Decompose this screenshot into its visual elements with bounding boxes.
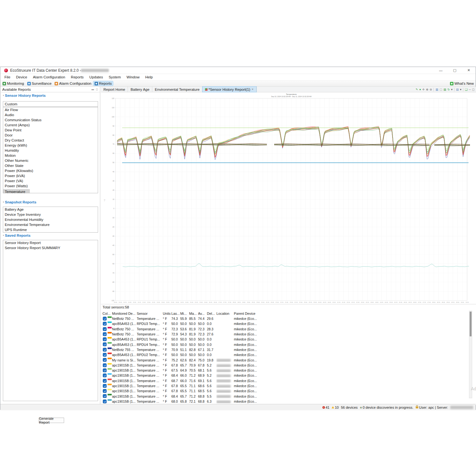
export-image-icon[interactable]: ▨ — [443, 87, 446, 92]
menu-system[interactable]: System — [106, 75, 123, 80]
report-item-other-state[interactable]: Other State — [3, 163, 98, 168]
report-item-power-kilowatts-[interactable]: Power (Kilowatts) — [3, 168, 98, 173]
panel-minimize-maximize-icons[interactable]: ▬ ◻ — [91, 88, 99, 91]
row-checkbox[interactable] — [103, 337, 107, 341]
menu-device[interactable]: Device — [13, 75, 30, 80]
save-dropdown-icon[interactable]: ▾ — [460, 87, 462, 92]
minimize-pane-icon[interactable]: ─ — [469, 87, 471, 92]
table-row[interactable]: apcB5A453 (1...RPDU2 Temp...° F50.050.05… — [102, 352, 471, 357]
table-row[interactable]: apc19015B (1...Temperature ...° F67.865.… — [102, 388, 471, 393]
report-item-power-watts-[interactable]: Power (Watts) — [3, 183, 98, 188]
save-icon[interactable]: ▤ — [456, 87, 459, 92]
menu-reports[interactable]: Reports — [68, 75, 86, 80]
row-checkbox[interactable] — [103, 374, 107, 377]
menu-alarm-configuration[interactable]: Alarm Configuration — [30, 75, 68, 80]
tab-report-home[interactable]: Report Home — [101, 87, 128, 92]
row-checkbox[interactable] — [103, 379, 107, 383]
section-header-saved-reports[interactable]: ▾Saved Reports — [3, 234, 30, 237]
perspective-monitoring[interactable]: Monitoring — [1, 81, 25, 86]
row-checkbox[interactable] — [103, 332, 107, 336]
refresh-icon[interactable]: ↻ — [447, 87, 450, 92]
table-row[interactable]: apcB5A453 (1...RPDU4 Temp...° F50.050.05… — [102, 342, 471, 347]
perspective-surveillance[interactable]: Surveillance — [26, 81, 53, 86]
table-row[interactable]: apc19015B (1...Temperature ...° F68.766.… — [102, 378, 471, 383]
report-item-sensor-history-report[interactable]: Sensor History Report — [3, 240, 98, 245]
perspective-alarm-configuration[interactable]: Alarm Configuration — [53, 81, 93, 86]
report-item-environmental-humidity[interactable]: Environmental Humidity — [3, 217, 98, 222]
close-button[interactable]: ✕ — [462, 67, 476, 74]
report-item-temperature[interactable]: Temperature — [3, 189, 30, 193]
maximize-pane-icon[interactable]: ◻ — [472, 87, 474, 92]
report-item-dew-point[interactable]: Dew Point — [3, 128, 98, 133]
row-checkbox[interactable] — [103, 368, 107, 372]
report-item-power-kva-[interactable]: Power (kVA) — [3, 173, 98, 178]
menu-updates[interactable]: Updates — [87, 75, 106, 80]
table-row[interactable]: NetBotz 750 ...Temperature ...° F72.954.… — [102, 332, 471, 337]
section-header-sensor-history-reports[interactable]: ▾Sensor History Reports — [3, 94, 46, 97]
whats-new-link[interactable]: What's New — [450, 82, 474, 85]
report-item-battery-age[interactable]: Battery Age — [3, 207, 98, 212]
report-item-sensor-history-report-summary[interactable]: Sensor History Report SUMMARY — [3, 245, 98, 250]
report-item-power-va-[interactable]: Power (VA) — [3, 178, 98, 183]
report-item-air-flow[interactable]: Air Flow — [3, 107, 98, 112]
report-item-ups-runtime[interactable]: UPS Runtime — [3, 227, 98, 232]
section-header-snapshot-reports[interactable]: ▾Snapshot Reports — [3, 200, 36, 204]
table-row[interactable]: My name is Si...Temperature ...° F75.262… — [102, 357, 471, 362]
table-row[interactable]: NetBotz 755 ...Temperature ...° F70.951.… — [102, 347, 471, 352]
minimize-button[interactable]: — — [434, 67, 448, 74]
table-row[interactable]: apc19015B (1...Temperature ...° F68.466.… — [102, 373, 471, 378]
row-checkbox[interactable] — [103, 353, 107, 357]
table-scrollbar-thumb[interactable] — [470, 312, 472, 336]
menu-help[interactable]: Help — [142, 75, 156, 80]
report-item-audio[interactable]: Audio — [3, 112, 98, 117]
report-item-current-amps-[interactable]: Current (Amps) — [3, 122, 98, 128]
row-checkbox[interactable] — [103, 348, 107, 352]
zoom-out-icon[interactable]: ⊖ — [430, 87, 432, 92]
row-checkbox[interactable] — [103, 358, 107, 362]
table-row[interactable]: apc19015B (1...Temperature ...° F67.865.… — [102, 363, 471, 368]
refresh-dropdown-icon[interactable]: ▾ — [451, 87, 453, 92]
menu-window[interactable]: Window — [124, 75, 142, 80]
table-row[interactable]: apc19015B (1...Temperature ...° F68.465.… — [102, 393, 471, 399]
menu-file[interactable]: File — [2, 75, 13, 80]
row-checkbox[interactable] — [103, 327, 107, 331]
perspective-reports[interactable]: Reports — [93, 81, 113, 86]
report-item-other-numeric[interactable]: Other Numeric — [3, 158, 98, 163]
report-item-dry-contact[interactable]: Dry Contact — [3, 138, 98, 143]
edit-icon[interactable]: ✎ — [416, 87, 418, 92]
zoom-in-icon[interactable]: ⊕ — [426, 87, 428, 92]
report-item-motion[interactable]: Motion — [3, 153, 98, 158]
row-checkbox[interactable] — [103, 363, 107, 367]
table-row[interactable]: apcB5A453 (1...RPDU3 Temp...° F50.050.05… — [102, 321, 471, 326]
generate-report-button[interactable]: Generate Report — [39, 418, 64, 423]
custom-report-item[interactable]: Custom — [3, 101, 98, 107]
tab-close-icon[interactable]: ✕ — [252, 88, 254, 91]
table-row[interactable]: apcB5A453 (1...RPDU1 Temp...° F50.050.05… — [102, 337, 471, 342]
table-row[interactable]: apc19015B (1...Temperature ...° F68.065.… — [102, 399, 471, 404]
report-item-environmental-temperature[interactable]: Environmental Temperature — [3, 222, 98, 227]
tab-environmental-temperature[interactable]: Environmental Temperature — [152, 87, 202, 92]
report-item-device-type-inventory[interactable]: Device Type Inventory — [3, 212, 98, 217]
graph-view-icon[interactable]: ▥ — [435, 87, 438, 92]
report-item-communication-status[interactable]: Communication Status — [3, 117, 98, 122]
row-checkbox[interactable] — [103, 384, 107, 388]
report-item-energy-kwh-[interactable]: Energy (kWh) — [3, 143, 98, 148]
row-checkbox[interactable] — [103, 394, 107, 398]
pan-icon[interactable]: ✛ — [422, 87, 425, 92]
row-checkbox[interactable] — [103, 400, 107, 403]
tab--sensor-history-report-1-[interactable]: *Sensor History Report(1)✕ — [202, 87, 256, 92]
table-row[interactable]: NetBotz 750 ...Temperature ...° F72.353.… — [102, 327, 471, 332]
table-scrollbar[interactable] — [469, 311, 472, 398]
live-data-icon[interactable]: ● — [419, 87, 421, 92]
table-row[interactable]: apc19015B (1...Temperature ...° F67.865.… — [102, 383, 471, 388]
row-checkbox[interactable] — [103, 389, 107, 393]
tab-battery-age[interactable]: Battery Age — [128, 87, 152, 92]
row-checkbox[interactable] — [103, 322, 107, 326]
feedback-icon[interactable]: ❑ — [465, 87, 467, 92]
row-checkbox[interactable] — [103, 317, 107, 321]
report-item-humidity[interactable]: Humidity — [3, 148, 98, 153]
maximize-button[interactable]: ▢ — [448, 67, 462, 74]
table-view-icon[interactable]: ▢ — [440, 87, 442, 92]
table-row[interactable]: NetBotz 750 ...Temperature ...° F74.355.… — [102, 316, 471, 321]
row-checkbox[interactable] — [103, 342, 107, 346]
